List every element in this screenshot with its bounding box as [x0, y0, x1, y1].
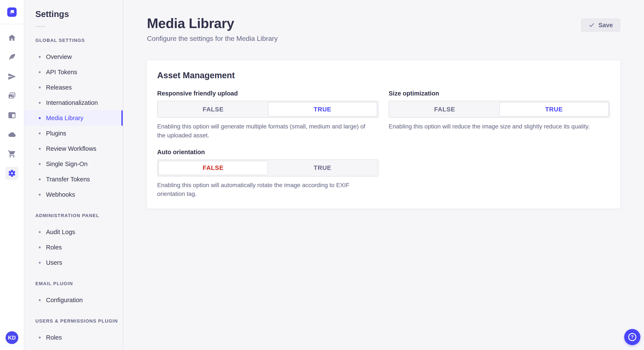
sidebar-item-releases[interactable]: Releases: [24, 80, 123, 95]
sidebar-item-configuration[interactable]: Configuration: [24, 292, 123, 308]
bullet-icon: [39, 194, 41, 196]
bullet-icon: [39, 117, 41, 119]
bullet-icon: [39, 56, 41, 58]
responsive-friendly-upload-true-option[interactable]: TRUE: [268, 102, 377, 117]
subnav-title-rule: [35, 26, 46, 27]
strapi-logo[interactable]: [7, 7, 16, 17]
subnav-section-users-permissions-plugin: USERS & PERMISSIONS PLUGINRolesProviders: [24, 318, 123, 350]
bullet-icon: [39, 133, 41, 134]
field-label: Responsive friendly upload: [157, 90, 378, 97]
field-auto-orientation: Auto orientationFALSETRUEEnabling this o…: [157, 149, 378, 198]
field-label: Auto orientation: [157, 149, 378, 156]
cloud-icon: [8, 130, 16, 139]
responsive-friendly-upload-false-option[interactable]: FALSE: [158, 102, 268, 117]
page-header-titles: Media Library Configure the settings for…: [147, 16, 278, 42]
bullet-icon: [39, 87, 41, 88]
bullet-icon: [39, 163, 41, 165]
field-description: Enabling this option will automatically …: [157, 181, 370, 198]
rail-divider: [0, 24, 24, 24]
check-icon: [588, 22, 595, 28]
settings-subnav: Settings GLOBAL SETTINGSOverviewAPI Toke…: [24, 0, 123, 350]
question-mark-icon: ?: [628, 333, 636, 341]
bullet-icon: [39, 102, 41, 104]
sidebar-item-overview[interactable]: Overview: [24, 49, 123, 64]
page-title: Media Library: [147, 16, 278, 31]
sidebar-item-label: Audit Logs: [46, 229, 75, 236]
media-library-icon: [8, 92, 16, 100]
home-icon: [8, 34, 16, 42]
section-label: EMAIL PLUGIN: [35, 281, 123, 286]
bullet-icon: [39, 71, 41, 73]
icon-rail: KD: [0, 0, 24, 350]
page-subtitle: Configure the settings for the Media Lib…: [147, 35, 278, 42]
rail-item-deploy[interactable]: [5, 70, 18, 83]
rail-item-cloud[interactable]: [5, 128, 18, 141]
field-description: Enabling this option will generate multi…: [157, 122, 370, 140]
sidebar-item-internationalization[interactable]: Internationalization: [24, 95, 123, 110]
sidebar-item-webhooks[interactable]: Webhooks: [24, 187, 123, 202]
bullet-icon: [39, 178, 41, 180]
sidebar-item-label: API Tokens: [46, 69, 77, 76]
subnav-section-administration-panel: ADMINISTRATION PANELAudit LogsRolesUsers: [24, 213, 123, 270]
sidebar-item-transfer-tokens[interactable]: Transfer Tokens: [24, 172, 123, 187]
rail-item-settings[interactable]: [5, 167, 18, 180]
size-optimization-toggle: FALSETRUE: [389, 101, 610, 118]
auto-orientation-false-option[interactable]: FALSE: [158, 161, 268, 175]
responsive-friendly-upload-toggle: FALSETRUE: [157, 101, 378, 118]
sidebar-item-users[interactable]: Users: [24, 255, 123, 270]
sidebar-item-label: Configuration: [46, 297, 83, 304]
subnav-section-email-plugin: EMAIL PLUGINConfiguration: [24, 281, 123, 308]
settings-gear-icon: [8, 169, 16, 177]
save-button-label: Save: [598, 22, 613, 29]
rail-item-home[interactable]: [5, 31, 18, 44]
sidebar-item-media-library[interactable]: Media Library: [24, 110, 123, 126]
sidebar-item-audit-logs[interactable]: Audit Logs: [24, 224, 123, 240]
bullet-icon: [39, 231, 41, 233]
field-description: Enabling this option will reduce the ima…: [389, 122, 602, 131]
feather-icon: [8, 53, 16, 61]
sidebar-item-label: Media Library: [46, 115, 84, 122]
sidebar-item-roles[interactable]: Roles: [24, 330, 123, 345]
sidebar-item-label: Review Workflows: [46, 145, 96, 152]
auto-orientation-toggle: FALSETRUE: [157, 160, 378, 176]
user-avatar[interactable]: KD: [6, 331, 18, 344]
sidebar-item-roles[interactable]: Roles: [24, 240, 123, 255]
size-optimization-true-option[interactable]: TRUE: [500, 102, 609, 117]
rail-item-marketplace[interactable]: [5, 147, 18, 161]
bullet-icon: [39, 246, 41, 248]
subnav-sections: GLOBAL SETTINGSOverviewAPI TokensRelease…: [24, 38, 123, 350]
sidebar-item-label: Plugins: [46, 130, 66, 137]
sidebar-item-single-sign-on[interactable]: Single Sign-On: [24, 156, 123, 172]
sidebar-item-label: Transfer Tokens: [46, 176, 90, 183]
sidebar-item-plugins[interactable]: Plugins: [24, 126, 123, 141]
sidebar-item-review-workflows[interactable]: Review Workflows: [24, 141, 123, 156]
sidebar-item-api-tokens[interactable]: API Tokens: [24, 64, 123, 80]
bullet-icon: [39, 299, 41, 301]
rail-item-content-type-builder[interactable]: [5, 51, 18, 64]
bullet-icon: [39, 262, 41, 264]
sidebar-item-label: Single Sign-On: [46, 161, 88, 168]
sidebar-item-label: Internationalization: [46, 99, 98, 106]
asset-management-card: Asset Management Responsive friendly upl…: [147, 60, 620, 209]
page-header: Media Library Configure the settings for…: [147, 0, 620, 42]
sidebar-item-label: Webhooks: [46, 191, 75, 198]
strapi-logo-icon: [8, 8, 16, 16]
field-responsive-friendly-upload: Responsive friendly uploadFALSETRUEEnabl…: [157, 90, 378, 140]
save-button[interactable]: Save: [581, 19, 620, 31]
section-label: ADMINISTRATION PANEL: [35, 213, 123, 218]
section-label: GLOBAL SETTINGS: [35, 38, 123, 43]
help-button[interactable]: ?: [624, 329, 640, 345]
rail-item-content-manager[interactable]: [5, 109, 18, 122]
rail-item-media-library[interactable]: [5, 89, 18, 103]
auto-orientation-true-option[interactable]: TRUE: [268, 161, 377, 175]
size-optimization-false-option[interactable]: FALSE: [390, 102, 500, 117]
sidebar-item-label: Roles: [46, 244, 62, 251]
main-content: Media Library Configure the settings for…: [123, 0, 644, 350]
sidebar-item-label: Roles: [46, 334, 62, 341]
sidebar-item-providers[interactable]: Providers: [24, 345, 123, 350]
sidebar-item-label: Releases: [46, 84, 72, 91]
card-title: Asset Management: [157, 71, 610, 80]
field-label: Size optimization: [389, 90, 610, 97]
sidebar-item-label: Providers: [46, 349, 72, 350]
bullet-icon: [39, 148, 41, 150]
